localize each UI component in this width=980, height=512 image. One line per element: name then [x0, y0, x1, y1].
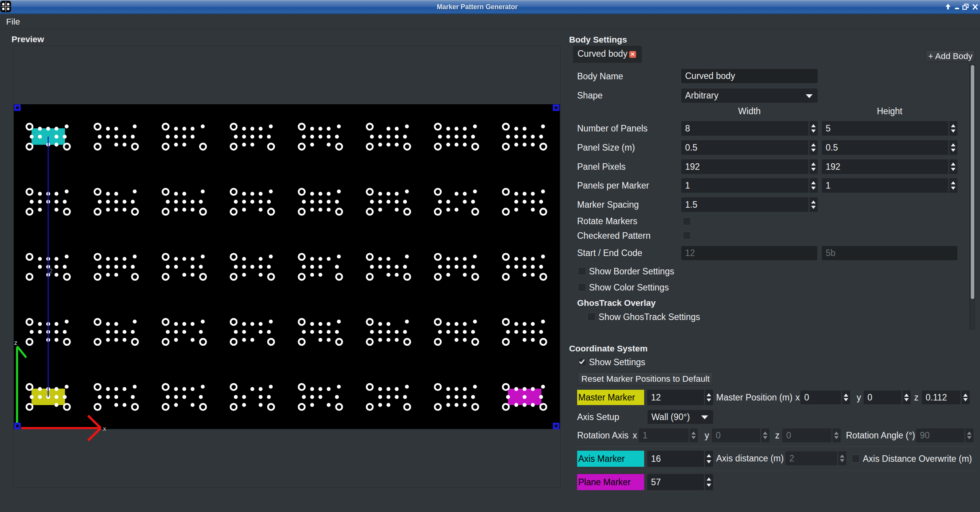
- svg-text:x: x: [103, 425, 106, 432]
- svg-text:2: 2: [49, 268, 53, 274]
- svg-text:z: z: [14, 340, 17, 346]
